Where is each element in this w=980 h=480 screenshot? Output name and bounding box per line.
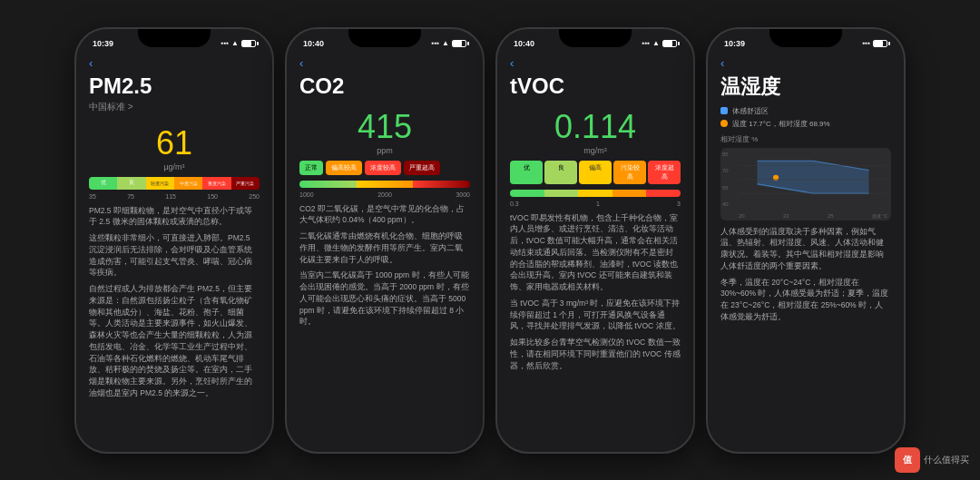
- big-value-pm25: 61: [89, 124, 260, 162]
- back-btn-pm25[interactable]: ‹: [89, 54, 260, 73]
- phone-content-co2: ‹ CO2 415 ppm 正常 偏高较高 浓度较高 严重超高 1000 200…: [287, 54, 483, 452]
- status-time-co2: 10:40: [303, 39, 324, 48]
- legend-dot-comfort: [720, 107, 728, 114]
- page-title-temp: 温湿度: [720, 73, 891, 101]
- battery-icon-temp: [873, 40, 887, 47]
- indicator-tabs-co2: 正常 偏高较高 浓度较高 严重超高: [299, 161, 470, 175]
- status-icons-temp: ▪▪▪: [862, 39, 887, 47]
- big-value-tvoc: 0.114: [510, 108, 681, 146]
- tvoc-tab-5[interactable]: 浓度超高: [648, 161, 681, 184]
- tvoc-gauge-5: [646, 190, 681, 197]
- description-temp: 人体感受到的温度取决于多种因素，例如气温、热辐射、相对湿度、风速、人体活动和健康…: [720, 226, 891, 443]
- x-axis-labels: 20 22 25 温度 °C: [739, 213, 887, 219]
- gauge-seg-2: 良: [117, 177, 145, 190]
- gauge-labels-tvoc: 0.3 1 3: [510, 201, 681, 207]
- co2-gauge-3: [413, 181, 470, 188]
- signal-icon-co2: ▪▪▪: [432, 39, 440, 47]
- notch-co2: [348, 29, 421, 47]
- back-btn-temp[interactable]: ‹: [720, 54, 891, 73]
- gauge-bar-tvoc: [510, 190, 681, 197]
- notch-tvoc: [559, 29, 632, 47]
- tab-extreme[interactable]: 严重超高: [404, 161, 440, 175]
- subtitle-pm25[interactable]: 中国标准 >: [89, 101, 260, 113]
- back-chevron-co2: ‹: [299, 56, 303, 70]
- y-axis-labels: 85 70 55 40: [722, 152, 729, 208]
- gauge-seg-1: 优: [89, 177, 117, 190]
- legend-dot-current: [720, 120, 728, 127]
- page-title-pm25: PM2.5: [89, 73, 260, 99]
- battery-icon-co2: [452, 40, 466, 47]
- current-reading-row: 温度 17.7°C，相对湿度 68.9%: [720, 119, 891, 129]
- gauge-seg-3: 轻度污染: [146, 177, 174, 190]
- status-time-temp: 10:39: [724, 39, 745, 48]
- tvoc-gauge-2: [544, 190, 579, 197]
- gauge-seg-6: 严重污染: [231, 177, 260, 190]
- status-time-tvoc: 10:40: [514, 39, 534, 48]
- unit-pm25: μg/m³: [89, 162, 260, 171]
- battery-icon-pm25: [241, 40, 256, 47]
- tvoc-gauge-3: [578, 190, 612, 197]
- back-chevron-tvoc: ‹: [510, 56, 514, 70]
- signal-icon-tvoc: ▪▪▪: [642, 39, 651, 47]
- phone-temp: 10:39 ▪▪▪ ‹ 温湿度 体感舒适区 温度 17.7°C，相对湿度 68.…: [706, 27, 906, 454]
- notch-pm25: [138, 29, 211, 47]
- tvoc-tab-2[interactable]: 良: [544, 161, 577, 184]
- gauge-labels-co2: 1000 2000 3000: [299, 191, 470, 198]
- phone-pm25: 10:39 ▪▪▪ ▲ ‹ PM2.5 中国标准 > 61 μg/m³ 优 良 …: [74, 27, 274, 454]
- signal-icon-temp: ▪▪▪: [862, 39, 870, 47]
- phone-content-temp: ‹ 温湿度 体感舒适区 温度 17.7°C，相对湿度 68.9% 相对湿度 % …: [708, 54, 904, 452]
- tvoc-gauge-1: [510, 190, 544, 197]
- tvoc-tab-3[interactable]: 偏高: [579, 161, 612, 184]
- phone-content-pm25: ‹ PM2.5 中国标准 > 61 μg/m³ 优 良 轻度污染 中度污染 重度…: [76, 54, 272, 452]
- phone-content-tvoc: ‹ tVOC 0.114 mg/m³ 优 良 偏高 污染较高 浓度超高 0.3: [497, 54, 693, 452]
- status-icons-co2: ▪▪▪ ▲: [432, 39, 466, 47]
- temp-chart: 85 70 55 40 20: [720, 148, 891, 220]
- gauge-seg-5: 重度污染: [202, 177, 230, 190]
- unit-tvoc: mg/m³: [510, 146, 681, 155]
- status-time-pm25: 10:39: [93, 39, 113, 48]
- tab-very-high[interactable]: 浓度较高: [365, 161, 401, 175]
- co2-gauge-1: [299, 181, 357, 188]
- tvoc-tabs: 优 良 偏高 污染较高 浓度超高: [510, 161, 681, 184]
- unit-co2: ppm: [299, 146, 470, 155]
- wifi-icon-tvoc: ▲: [652, 39, 660, 47]
- watermark-text: 什么值得买: [924, 454, 969, 466]
- status-icons-pm25: ▪▪▪ ▲: [221, 39, 256, 47]
- description-co2: CO2 即二氧化碳，是空气中常见的化合物，占大气体积约 0.04%（400 pp…: [299, 203, 470, 443]
- battery-icon-tvoc: [662, 40, 677, 47]
- gauge-labels-pm25: 35 75 115 150 250: [89, 193, 260, 200]
- comfort-legend: 体感舒适区: [720, 106, 891, 116]
- description-tvoc: tVOC 即易发性有机物，包含上千种化合物，室内人员增多、或进行烹饪、清洁、化妆…: [510, 212, 681, 443]
- comfort-zone-label: 体感舒适区: [732, 106, 769, 116]
- wifi-icon-pm25: ▲: [231, 39, 239, 47]
- gauge-bar-co2: [299, 181, 470, 188]
- page-title-tvoc: tVOC: [510, 73, 681, 99]
- phone-co2: 10:40 ▪▪▪ ▲ ‹ CO2 415 ppm 正常 偏高较高 浓度较高 严…: [285, 27, 485, 454]
- y-axis-label: 相对湿度 %: [720, 134, 891, 144]
- page-title-co2: CO2: [299, 73, 470, 99]
- gauge-bar-pm25: 优 良 轻度污染 中度污染 重度污染 严重污染: [89, 177, 260, 190]
- tvoc-tab-1[interactable]: 优: [510, 161, 543, 184]
- gauge-seg-4: 中度污染: [174, 177, 202, 190]
- page-watermark: 值 什么值得买: [895, 447, 969, 473]
- co2-gauge-2: [357, 181, 414, 188]
- wifi-icon-co2: ▲: [442, 39, 449, 47]
- notch-temp: [769, 29, 842, 47]
- tab-high[interactable]: 偏高较高: [326, 161, 362, 175]
- watermark-icon: 值: [895, 447, 920, 473]
- back-chevron-temp: ‹: [720, 56, 724, 70]
- phone-tvoc: 10:40 ▪▪▪ ▲ ‹ tVOC 0.114 mg/m³ 优 良 偏高 污染…: [495, 27, 695, 454]
- big-value-co2: 415: [299, 108, 470, 146]
- status-icons-tvoc: ▪▪▪ ▲: [642, 39, 677, 47]
- watermark-icon-text: 值: [903, 454, 912, 466]
- current-reading: 温度 17.7°C，相对湿度 68.9%: [732, 119, 830, 129]
- chart-svg: [739, 152, 887, 208]
- back-btn-tvoc[interactable]: ‹: [510, 54, 681, 73]
- description-pm25: PM2.5 即细颗粒物，是对空气中直径小于或等于 2.5 微米的固体颗粒或液滴的…: [89, 205, 260, 443]
- signal-icon-pm25: ▪▪▪: [221, 39, 230, 47]
- tvoc-tab-4[interactable]: 污染较高: [613, 161, 646, 184]
- back-btn-co2[interactable]: ‹: [299, 54, 470, 73]
- tab-normal[interactable]: 正常: [299, 161, 323, 175]
- back-chevron-pm25: ‹: [89, 56, 93, 70]
- phones-container: 10:39 ▪▪▪ ▲ ‹ PM2.5 中国标准 > 61 μg/m³ 优 良 …: [56, 18, 924, 463]
